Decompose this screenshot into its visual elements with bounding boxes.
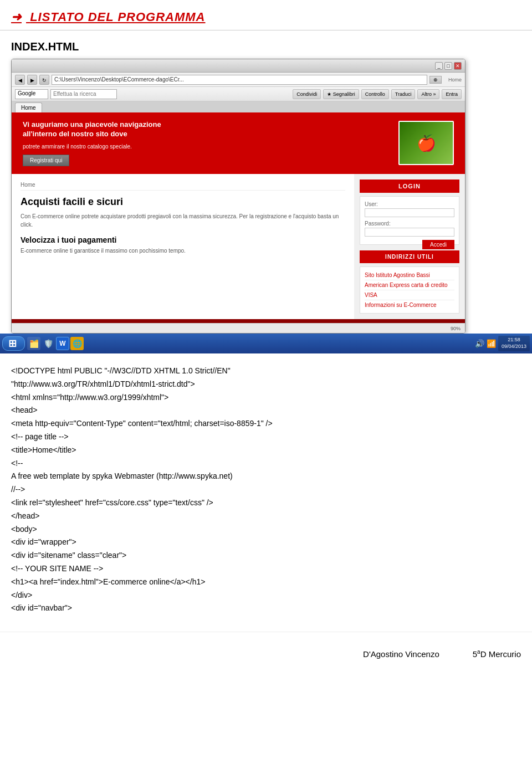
page-header: ➜ LISTATO DEL PROGRAMMA: [0, 0, 532, 30]
login-form: User: Password: Accedi: [360, 196, 459, 245]
file-title: INDEX.HTML: [0, 30, 532, 59]
tab-label: Home: [448, 77, 462, 83]
altro-btn[interactable]: Altro »: [417, 89, 439, 99]
code-line-3: <html xmlns="http://www.w3.org/1999/xhtm…: [11, 391, 521, 404]
taskbar-icon-1[interactable]: 🗂️: [27, 337, 40, 350]
taskbar-system-icons: 🔊 📶: [475, 339, 496, 348]
accedi-button[interactable]: Accedi: [422, 240, 454, 249]
login-label: LOGIN: [360, 180, 459, 193]
entra-btn[interactable]: Entra: [442, 89, 462, 99]
link-item-3[interactable]: VISA: [365, 290, 454, 300]
code-line-10: //-->: [11, 483, 521, 496]
search-field[interactable]: [50, 89, 117, 99]
taskbar-icon-2[interactable]: 🛡️: [42, 337, 55, 350]
site-main: Home Acquisti facili e sicuri Con E-comm…: [12, 174, 465, 319]
website-content: Vi auguriamo una piacevole navigazione a…: [12, 112, 465, 323]
register-button[interactable]: Registrati qui: [23, 155, 69, 166]
arrow-icon: ➜: [11, 10, 22, 24]
browser-toolbar: Google Condividi ★ Segnalibri Controllo …: [12, 87, 465, 101]
home-tab[interactable]: Home: [15, 102, 42, 112]
start-button[interactable]: ⊞: [2, 336, 25, 351]
tab-home-label: Home: [21, 105, 36, 111]
code-line-14: <div id="wrapper">: [11, 536, 521, 549]
traduci-btn[interactable]: Traduci: [391, 89, 416, 99]
link-list: Sito Istituto Agostino Bassi American Ex…: [360, 266, 459, 314]
taskbar-icon-3[interactable]: W: [56, 337, 69, 350]
code-line-1: <!DOCTYPE html PUBLIC "-//W3C//DTD XHTML…: [11, 365, 521, 378]
indirizzi-label: INDIRIZZI UTILI: [360, 250, 459, 263]
breadcrumb: Home: [21, 182, 345, 191]
code-line-8: <!--: [11, 457, 521, 470]
page-footer: D'Agostino Vincenzo 5aD Mercurio: [0, 632, 532, 670]
site-right: LOGIN User: Password: Accedi INDIRIZZI U…: [354, 174, 465, 319]
code-line-7: <title>Home</title>: [11, 444, 521, 457]
banner-text1: Vi auguriamo una piacevole navigazione a…: [23, 120, 178, 139]
code-line-16: <!-- YOUR SITE NAME -->: [11, 562, 521, 576]
go-btn[interactable]: ⊕: [429, 76, 442, 84]
code-section: <!DOCTYPE html PUBLIC "-//W3C//DTD XHTML…: [0, 353, 532, 626]
banner-text-area: Vi auguriamo una piacevole navigazione a…: [23, 120, 178, 166]
taskbar-clock: 21:58 09/04/2013: [498, 336, 530, 351]
browser-window: _ □ ✕ ◀ ▶ ↻ ⊕ Home Google Condividi ★ Se…: [11, 59, 466, 334]
segnalibri-btn[interactable]: ★ Segnalibri: [323, 89, 359, 99]
time-display: 21:58: [502, 337, 526, 344]
taskbar-right: 🔊 📶 21:58 09/04/2013: [475, 336, 530, 351]
code-line-19: <div id="navbar">: [11, 602, 521, 615]
windows-taskbar: ⊞ 🗂️ 🛡️ W 🌐 🔊 📶 21:58 09/04/2013: [0, 334, 532, 353]
user-label: User:: [365, 201, 454, 207]
footer-class: 5aD Mercurio: [473, 649, 521, 659]
code-line-15: <div id="sitename" class="clear">: [11, 549, 521, 562]
maximize-btn[interactable]: □: [444, 62, 452, 70]
password-label: Password:: [365, 221, 454, 227]
forward-btn[interactable]: ▶: [27, 75, 37, 85]
main-para2: E-commerce online ti garantisce il massi…: [21, 247, 345, 255]
minimize-btn[interactable]: _: [435, 62, 443, 70]
code-line-13: <body>: [11, 523, 521, 536]
browser-titlebar: _ □ ✕: [12, 59, 465, 73]
code-line-6: <!-- page title -->: [11, 430, 521, 444]
taskbar-icon-4[interactable]: 🌐: [70, 337, 84, 350]
main-para1: Con E-commerce online potrete acquistare…: [21, 212, 345, 229]
link-item-1[interactable]: Sito Istituto Agostino Bassi: [365, 270, 454, 280]
link-item-2[interactable]: American Express carta di credito: [365, 280, 454, 290]
user-input[interactable]: [365, 208, 454, 217]
code-line-18: </div>: [11, 589, 521, 602]
date-display: 09/04/2013: [502, 344, 526, 350]
code-line-2: "http://www.w3.org/TR/xhtml1/DTD/xhtml1-…: [11, 378, 521, 391]
footer-author: D'Agostino Vincenzo: [363, 649, 439, 659]
code-line-12: </head>: [11, 510, 521, 523]
password-input[interactable]: [365, 228, 454, 237]
close-btn[interactable]: ✕: [454, 62, 462, 70]
site-left: Home Acquisti facili e sicuri Con E-comm…: [12, 174, 354, 319]
code-line-4: <head>: [11, 404, 521, 417]
code-line-11: <link rel="stylesheet" href="css/core.cs…: [11, 496, 521, 510]
google-box: Google: [15, 89, 48, 99]
banner-text2: potrete ammirare il nostro catalogo spec…: [23, 143, 132, 150]
browser-statusbar: 90%: [12, 323, 465, 333]
address-field[interactable]: [52, 75, 427, 85]
link-item-4[interactable]: Informazioni su E-Commerce: [365, 300, 454, 310]
code-line-5: <meta http-equiv="Content-Type" content=…: [11, 417, 521, 430]
back-btn[interactable]: ◀: [15, 75, 25, 85]
zoom-level: 90%: [451, 326, 461, 331]
taskbar-icons: 🗂️ 🛡️ W 🌐: [27, 337, 84, 350]
sub-heading: Velocizza i tuoi pagamenti: [21, 235, 345, 244]
browser-tabs: Home: [12, 101, 465, 112]
page-title: ➜ LISTATO DEL PROGRAMMA: [11, 10, 206, 24]
main-heading: Acquisti facili e sicuri: [21, 196, 345, 208]
address-bar: ◀ ▶ ↻ ⊕ Home: [12, 73, 465, 87]
banner-image: 🍎: [398, 121, 454, 165]
refresh-btn[interactable]: ↻: [39, 75, 49, 85]
code-line-17: <h1><a href="index.html">E-commerce onli…: [11, 576, 521, 589]
code-line-9: A free web template by spyka Webmaster (…: [11, 470, 521, 483]
controllo-btn[interactable]: Controllo: [361, 89, 389, 99]
site-banner: Vi auguriamo una piacevole navigazione a…: [12, 112, 465, 174]
condividi-btn[interactable]: Condividi: [293, 89, 321, 99]
